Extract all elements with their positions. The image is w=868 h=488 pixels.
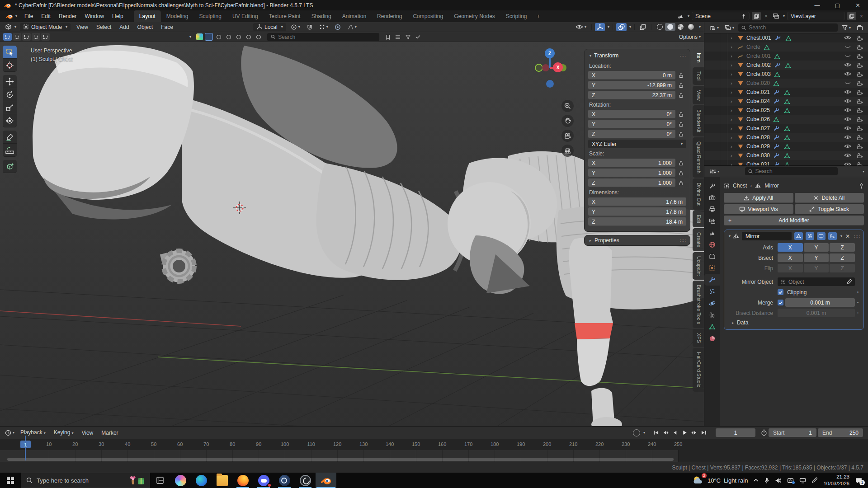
rotation-y-field[interactable]: Y0° <box>588 120 675 128</box>
camera-visibility-icon[interactable] <box>857 117 864 122</box>
pan-hand-icon[interactable] <box>561 115 574 127</box>
tool-add-cube[interactable] <box>3 160 17 173</box>
eye-open-icon[interactable] <box>844 62 852 68</box>
editor-type-button[interactable]: ▾ <box>3 23 18 30</box>
properties-search-field[interactable] <box>745 167 838 175</box>
taskbar-app-firefox[interactable] <box>232 473 253 488</box>
tray-expand-icon[interactable] <box>753 479 759 482</box>
expand-icon[interactable]: › <box>731 35 737 41</box>
properties-tab-material[interactable] <box>704 333 720 344</box>
render-display-toggle[interactable] <box>828 232 837 240</box>
outliner-row-cube-025[interactable]: ›Cube.025 <box>704 106 868 115</box>
list-icon[interactable] <box>394 33 402 41</box>
eye-closed-icon[interactable] <box>844 80 852 86</box>
camera-visibility-icon[interactable] <box>857 89 864 95</box>
rotation-z-field[interactable]: Z0° <box>588 130 675 138</box>
asset-brush-icon[interactable] <box>245 33 253 41</box>
viewport-menu-add[interactable]: Add <box>115 21 133 33</box>
task-view-icon[interactable] <box>150 473 170 488</box>
microphone-icon[interactable] <box>764 477 769 484</box>
shading-solid-icon[interactable] <box>665 23 675 31</box>
asset-scene-icon[interactable] <box>225 33 233 41</box>
falloff-icon[interactable]: ▾ <box>345 23 359 31</box>
camera-visibility-icon[interactable] <box>857 62 864 68</box>
gizmo-x-pos-ball[interactable]: X <box>553 62 563 72</box>
flip-y-button[interactable]: Y <box>804 264 829 272</box>
lock-icon[interactable] <box>675 131 686 137</box>
taskbar-app-copilot[interactable] <box>170 473 191 488</box>
sidebar-tab-view[interactable]: View <box>693 86 704 105</box>
eye-open-icon[interactable] <box>844 71 852 77</box>
outliner-row-cube-021[interactable]: ›Cube.021 <box>704 88 868 97</box>
camera-visibility-icon[interactable] <box>857 53 864 59</box>
select-mode-extend[interactable] <box>13 33 21 41</box>
select-mode-subtract[interactable] <box>22 33 31 41</box>
properties-tab-object-data[interactable] <box>704 321 720 333</box>
show-visibilities-icon[interactable]: ▾ <box>574 23 588 30</box>
rotation-mode-dropdown[interactable]: XYZ Euler▾ <box>588 140 686 148</box>
remove-viewlayer-icon[interactable]: × <box>859 13 864 19</box>
eyedropper-icon[interactable] <box>846 279 852 285</box>
sidebar-tab-xps[interactable]: XPS <box>693 329 704 347</box>
pen-icon[interactable] <box>811 477 818 483</box>
options-dropdown[interactable]: Options▾ <box>679 34 701 40</box>
expand-icon[interactable]: › <box>731 108 737 113</box>
tool-transform[interactable] <box>3 114 17 127</box>
tool-scale[interactable] <box>3 101 17 114</box>
dimension-z-field[interactable]: Z18.4 m <box>588 217 686 226</box>
prev-frame-button[interactable] <box>670 429 680 437</box>
properties-tab-scene[interactable] <box>704 227 720 239</box>
properties-tab-output[interactable] <box>704 203 720 215</box>
viewport-menu-select[interactable]: Select <box>92 21 115 33</box>
realtime-display-toggle[interactable] <box>806 232 814 240</box>
expand-icon[interactable]: › <box>731 53 737 59</box>
new-viewlayer-icon[interactable] <box>847 12 856 20</box>
camera-visibility-icon[interactable] <box>857 162 864 166</box>
modifier-drag-handle[interactable]: :::: <box>854 234 860 239</box>
bisect-y-button[interactable]: Y <box>804 253 829 262</box>
taskbar-search-input[interactable] <box>37 477 125 484</box>
timeline-menu-playback[interactable]: Playback▾ <box>16 427 50 439</box>
workspace-tab-rendering[interactable]: Rendering <box>372 10 407 22</box>
lock-icon[interactable] <box>675 93 686 98</box>
modifier-extras-icon[interactable]: ▾ <box>840 234 842 238</box>
topbar-menu-edit[interactable]: Edit <box>37 10 55 22</box>
bisect-x-button[interactable]: X <box>778 253 803 262</box>
properties-tab-physics[interactable] <box>704 297 720 309</box>
camera-view-icon[interactable] <box>561 130 574 142</box>
camera-visibility-icon[interactable] <box>857 80 864 86</box>
scene-selector[interactable]: ▾ Scene × <box>677 12 769 20</box>
workspace-tab-texture-paint[interactable]: Texture Paint <box>264 10 306 22</box>
outliner-row-cube-026[interactable]: ›Cube.026 <box>704 115 868 124</box>
expand-icon[interactable]: › <box>731 144 737 149</box>
notification-center-icon[interactable]: 1 <box>855 477 863 484</box>
workspace-tab-shading[interactable]: Shading <box>306 10 337 22</box>
snap-mode-icon[interactable]: ▾ <box>317 23 330 31</box>
eye-open-icon[interactable] <box>844 144 852 150</box>
camera-visibility-icon[interactable] <box>857 153 864 159</box>
camera-visibility-icon[interactable] <box>857 71 864 77</box>
snap-target-icon[interactable]: ▾ <box>289 23 302 31</box>
viewport-vis-button[interactable]: Viewport Vis <box>724 204 793 214</box>
shading-material-preview-icon[interactable] <box>675 23 686 31</box>
lock-icon[interactable] <box>675 160 686 166</box>
expand-icon[interactable]: › <box>731 126 737 131</box>
asset-hdr-icon[interactable] <box>235 33 243 41</box>
outliner-scene-icon[interactable]: ▾ <box>723 24 736 31</box>
flip-z-button[interactable]: Z <box>830 264 855 272</box>
outliner-row-circle-003[interactable]: ›Circle.003 <box>704 70 868 79</box>
tool-cursor[interactable] <box>3 59 17 72</box>
eye-open-icon[interactable] <box>844 135 852 141</box>
network-icon[interactable] <box>799 478 806 483</box>
delete-all-button[interactable]: Delete All <box>795 193 864 203</box>
camera-visibility-icon[interactable] <box>857 35 864 41</box>
asset-search-field[interactable] <box>267 33 379 41</box>
lock-icon[interactable] <box>675 73 686 78</box>
viewport-canvas[interactable]: User Perspective (1) Sculpt | Chest Z X <box>0 42 704 426</box>
transform-orientation-dropdown[interactable]: Local▾ <box>253 23 286 31</box>
viewport-menu-view[interactable]: View <box>72 21 92 33</box>
eye-open-icon[interactable] <box>844 126 852 131</box>
modifier-name-field[interactable]: Mirror <box>742 232 792 240</box>
taskbar-app-blender[interactable] <box>316 473 336 488</box>
outliner-row-cube-030[interactable]: ›Cube.030 <box>704 151 868 160</box>
